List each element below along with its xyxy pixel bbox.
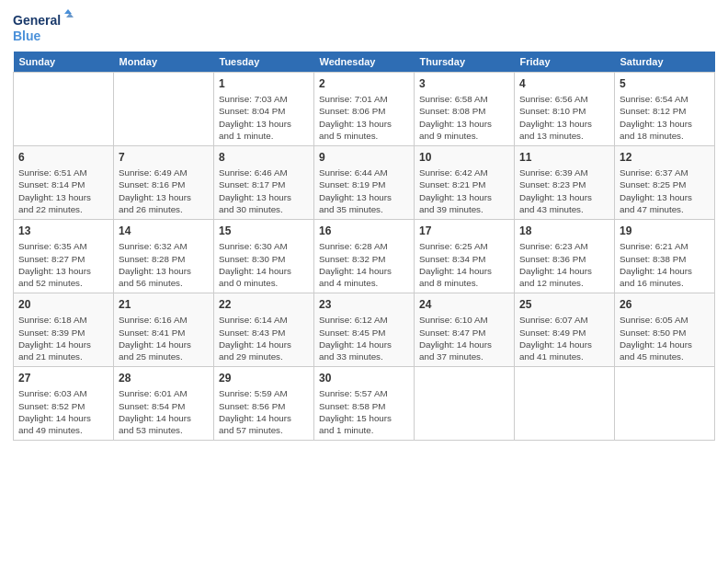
calendar-week-3: 13Sunrise: 6:35 AM Sunset: 8:27 PM Dayli…: [14, 220, 715, 293]
day-number: 17: [419, 224, 509, 238]
day-number: 9: [319, 150, 409, 165]
cell-info: Sunrise: 6:58 AM Sunset: 8:08 PM Dayligh…: [419, 93, 509, 142]
day-number: 2: [319, 76, 409, 91]
calendar-cell: 26Sunrise: 6:05 AM Sunset: 8:50 PM Dayli…: [615, 293, 715, 367]
day-number: 6: [18, 150, 108, 165]
day-number: 30: [319, 371, 409, 385]
cell-info: Sunrise: 6:39 AM Sunset: 8:23 PM Dayligh…: [519, 167, 609, 215]
day-number: 20: [18, 297, 108, 312]
day-number: 23: [319, 297, 409, 312]
cell-info: Sunrise: 6:05 AM Sunset: 8:50 PM Dayligh…: [620, 314, 710, 362]
day-number: 27: [18, 371, 108, 385]
calendar-cell: 22Sunrise: 6:14 AM Sunset: 8:43 PM Dayli…: [214, 293, 314, 367]
calendar-cell: 18Sunrise: 6:23 AM Sunset: 8:36 PM Dayli…: [515, 220, 615, 293]
day-number: 11: [519, 150, 609, 165]
cell-info: Sunrise: 6:18 AM Sunset: 8:39 PM Dayligh…: [18, 314, 108, 362]
calendar-week-2: 6Sunrise: 6:51 AM Sunset: 8:14 PM Daylig…: [14, 146, 715, 220]
calendar-cell: 6Sunrise: 6:51 AM Sunset: 8:14 PM Daylig…: [14, 146, 114, 220]
calendar-cell: 11Sunrise: 6:39 AM Sunset: 8:23 PM Dayli…: [515, 146, 615, 220]
cell-info: Sunrise: 6:37 AM Sunset: 8:25 PM Dayligh…: [620, 167, 710, 215]
calendar-cell: 19Sunrise: 6:21 AM Sunset: 8:38 PM Dayli…: [615, 220, 715, 293]
cell-info: Sunrise: 6:46 AM Sunset: 8:17 PM Dayligh…: [219, 167, 309, 215]
calendar-cell: 25Sunrise: 6:07 AM Sunset: 8:49 PM Dayli…: [515, 293, 615, 367]
cell-info: Sunrise: 6:21 AM Sunset: 8:38 PM Dayligh…: [620, 240, 710, 289]
calendar-cell: [14, 73, 114, 146]
header-cell-wednesday: Wednesday: [314, 52, 415, 73]
cell-info: Sunrise: 5:57 AM Sunset: 8:58 PM Dayligh…: [319, 387, 409, 436]
day-number: 13: [18, 224, 108, 238]
header-cell-friday: Friday: [515, 52, 615, 73]
cell-info: Sunrise: 7:03 AM Sunset: 8:04 PM Dayligh…: [219, 93, 309, 142]
day-number: 29: [219, 371, 309, 385]
logo-svg: General Blue: [13, 9, 77, 46]
day-number: 14: [119, 224, 209, 238]
calendar-cell: 29Sunrise: 5:59 AM Sunset: 8:56 PM Dayli…: [214, 367, 314, 441]
day-number: 10: [419, 150, 509, 165]
day-number: 19: [620, 224, 710, 238]
day-number: 7: [119, 150, 209, 165]
calendar-body: 1Sunrise: 7:03 AM Sunset: 8:04 PM Daylig…: [14, 73, 715, 441]
calendar-cell: 8Sunrise: 6:46 AM Sunset: 8:17 PM Daylig…: [214, 146, 314, 220]
day-number: 8: [219, 150, 309, 165]
cell-info: Sunrise: 6:23 AM Sunset: 8:36 PM Dayligh…: [519, 240, 609, 289]
cell-info: Sunrise: 6:44 AM Sunset: 8:19 PM Dayligh…: [319, 167, 409, 215]
page-header: General Blue: [13, 9, 715, 46]
calendar-cell: 9Sunrise: 6:44 AM Sunset: 8:19 PM Daylig…: [314, 146, 415, 220]
cell-info: Sunrise: 7:01 AM Sunset: 8:06 PM Dayligh…: [319, 93, 409, 142]
cell-info: Sunrise: 6:32 AM Sunset: 8:28 PM Dayligh…: [119, 240, 209, 289]
header-cell-sunday: Sunday: [14, 52, 114, 73]
calendar-week-5: 27Sunrise: 6:03 AM Sunset: 8:52 PM Dayli…: [14, 367, 715, 441]
calendar-cell: 20Sunrise: 6:18 AM Sunset: 8:39 PM Dayli…: [14, 293, 114, 367]
calendar-cell: 21Sunrise: 6:16 AM Sunset: 8:41 PM Dayli…: [114, 293, 214, 367]
day-number: 1: [219, 76, 309, 91]
calendar-cell: 24Sunrise: 6:10 AM Sunset: 8:47 PM Dayli…: [415, 293, 515, 367]
cell-info: Sunrise: 6:03 AM Sunset: 8:52 PM Dayligh…: [18, 387, 108, 436]
cell-info: Sunrise: 6:14 AM Sunset: 8:43 PM Dayligh…: [219, 314, 309, 362]
calendar-cell: [415, 367, 515, 441]
cell-info: Sunrise: 6:01 AM Sunset: 8:54 PM Dayligh…: [119, 387, 209, 436]
calendar-cell: 1Sunrise: 7:03 AM Sunset: 8:04 PM Daylig…: [214, 73, 314, 146]
cell-info: Sunrise: 6:56 AM Sunset: 8:10 PM Dayligh…: [519, 93, 609, 142]
day-number: 12: [620, 150, 710, 165]
cell-info: Sunrise: 6:30 AM Sunset: 8:30 PM Dayligh…: [219, 240, 309, 289]
cell-info: Sunrise: 6:10 AM Sunset: 8:47 PM Dayligh…: [419, 314, 509, 362]
calendar-cell: 13Sunrise: 6:35 AM Sunset: 8:27 PM Dayli…: [14, 220, 114, 293]
calendar-cell: 12Sunrise: 6:37 AM Sunset: 8:25 PM Dayli…: [615, 146, 715, 220]
calendar-cell: 10Sunrise: 6:42 AM Sunset: 8:21 PM Dayli…: [415, 146, 515, 220]
day-number: 28: [119, 371, 209, 385]
svg-text:Blue: Blue: [13, 29, 41, 43]
calendar-cell: 3Sunrise: 6:58 AM Sunset: 8:08 PM Daylig…: [415, 73, 515, 146]
logo: General Blue: [13, 9, 77, 46]
calendar-header-row: SundayMondayTuesdayWednesdayThursdayFrid…: [14, 52, 715, 73]
cell-info: Sunrise: 6:35 AM Sunset: 8:27 PM Dayligh…: [18, 240, 108, 289]
day-number: 4: [519, 76, 609, 91]
calendar-cell: 17Sunrise: 6:25 AM Sunset: 8:34 PM Dayli…: [415, 220, 515, 293]
cell-info: Sunrise: 6:25 AM Sunset: 8:34 PM Dayligh…: [419, 240, 509, 289]
calendar-cell: [515, 367, 615, 441]
day-number: 3: [419, 76, 509, 91]
day-number: 16: [319, 224, 409, 238]
calendar-cell: [615, 367, 715, 441]
calendar-week-1: 1Sunrise: 7:03 AM Sunset: 8:04 PM Daylig…: [14, 73, 715, 146]
calendar-cell: [114, 73, 214, 146]
cell-info: Sunrise: 6:42 AM Sunset: 8:21 PM Dayligh…: [419, 167, 509, 215]
calendar-cell: 14Sunrise: 6:32 AM Sunset: 8:28 PM Dayli…: [114, 220, 214, 293]
cell-info: Sunrise: 5:59 AM Sunset: 8:56 PM Dayligh…: [219, 387, 309, 436]
day-number: 25: [519, 297, 609, 312]
cell-info: Sunrise: 6:54 AM Sunset: 8:12 PM Dayligh…: [620, 93, 710, 142]
day-number: 22: [219, 297, 309, 312]
header-cell-tuesday: Tuesday: [214, 52, 314, 73]
calendar-cell: 2Sunrise: 7:01 AM Sunset: 8:06 PM Daylig…: [314, 73, 415, 146]
svg-marker-2: [64, 9, 72, 14]
cell-info: Sunrise: 6:49 AM Sunset: 8:16 PM Dayligh…: [119, 167, 209, 215]
calendar-table: SundayMondayTuesdayWednesdayThursdayFrid…: [13, 52, 715, 441]
calendar-cell: 30Sunrise: 5:57 AM Sunset: 8:58 PM Dayli…: [314, 367, 415, 441]
cell-info: Sunrise: 6:16 AM Sunset: 8:41 PM Dayligh…: [119, 314, 209, 362]
header-cell-saturday: Saturday: [615, 52, 715, 73]
cell-info: Sunrise: 6:51 AM Sunset: 8:14 PM Dayligh…: [18, 167, 108, 215]
calendar-cell: 16Sunrise: 6:28 AM Sunset: 8:32 PM Dayli…: [314, 220, 415, 293]
cell-info: Sunrise: 6:28 AM Sunset: 8:32 PM Dayligh…: [319, 240, 409, 289]
day-number: 26: [620, 297, 710, 312]
calendar-cell: 23Sunrise: 6:12 AM Sunset: 8:45 PM Dayli…: [314, 293, 415, 367]
header-cell-thursday: Thursday: [415, 52, 515, 73]
